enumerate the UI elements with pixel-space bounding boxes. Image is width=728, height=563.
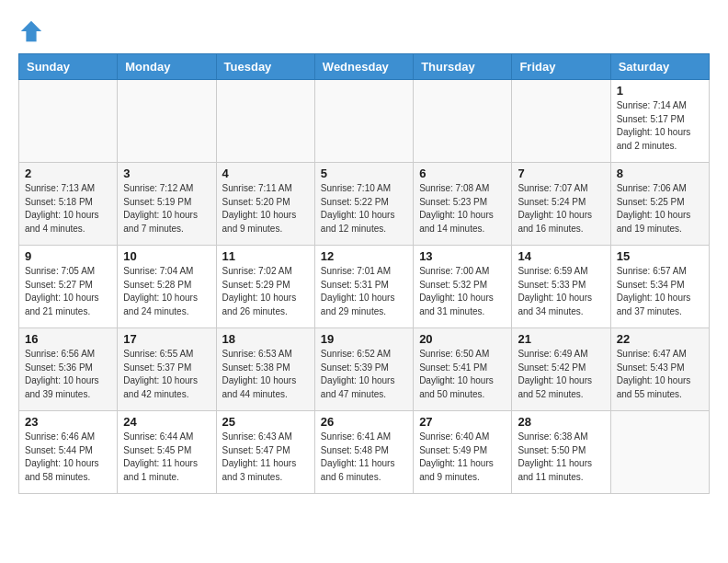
calendar-cell: 1Sunrise: 7:14 AM Sunset: 5:17 PM Daylig… xyxy=(610,80,709,163)
day-info: Sunrise: 6:56 AM Sunset: 5:36 PM Dayligh… xyxy=(25,348,111,401)
day-number: 19 xyxy=(321,332,407,346)
day-number: 25 xyxy=(222,415,309,429)
calendar-cell: 12Sunrise: 7:01 AM Sunset: 5:31 PM Dayli… xyxy=(314,246,413,328)
calendar-cell: 15Sunrise: 6:57 AM Sunset: 5:34 PM Dayli… xyxy=(610,246,709,328)
day-info: Sunrise: 6:53 AM Sunset: 5:38 PM Dayligh… xyxy=(222,348,309,401)
header-tuesday: Tuesday xyxy=(216,54,314,80)
header-friday: Friday xyxy=(512,54,610,80)
week-row-1: 1Sunrise: 7:14 AM Sunset: 5:17 PM Daylig… xyxy=(19,80,710,163)
calendar-cell: 16Sunrise: 6:56 AM Sunset: 5:36 PM Dayli… xyxy=(19,328,118,411)
day-number: 17 xyxy=(123,332,210,346)
calendar-cell: 3Sunrise: 7:12 AM Sunset: 5:19 PM Daylig… xyxy=(118,163,216,246)
day-number: 8 xyxy=(617,167,703,180)
day-info: Sunrise: 7:11 AM Sunset: 5:20 PM Dayligh… xyxy=(222,182,309,236)
day-info: Sunrise: 6:52 AM Sunset: 5:39 PM Dayligh… xyxy=(321,348,407,401)
week-row-4: 16Sunrise: 6:56 AM Sunset: 5:36 PM Dayli… xyxy=(19,328,710,411)
week-row-2: 2Sunrise: 7:13 AM Sunset: 5:18 PM Daylig… xyxy=(19,163,710,246)
day-info: Sunrise: 6:49 AM Sunset: 5:42 PM Dayligh… xyxy=(518,348,604,401)
calendar-cell xyxy=(314,80,413,163)
calendar-cell: 4Sunrise: 7:11 AM Sunset: 5:20 PM Daylig… xyxy=(216,163,314,246)
day-info: Sunrise: 7:08 AM Sunset: 5:23 PM Dayligh… xyxy=(419,182,506,236)
day-number: 7 xyxy=(518,167,604,180)
calendar-cell: 5Sunrise: 7:10 AM Sunset: 5:22 PM Daylig… xyxy=(314,163,413,246)
day-info: Sunrise: 7:00 AM Sunset: 5:32 PM Dayligh… xyxy=(419,265,506,318)
day-info: Sunrise: 6:43 AM Sunset: 5:47 PM Dayligh… xyxy=(222,431,309,484)
day-number: 5 xyxy=(321,167,407,180)
day-info: Sunrise: 6:50 AM Sunset: 5:41 PM Dayligh… xyxy=(419,348,506,401)
day-number: 12 xyxy=(321,249,407,263)
calendar-cell xyxy=(216,80,314,163)
calendar-cell: 22Sunrise: 6:47 AM Sunset: 5:43 PM Dayli… xyxy=(610,328,709,411)
day-number: 22 xyxy=(617,332,703,346)
calendar-cell: 17Sunrise: 6:55 AM Sunset: 5:37 PM Dayli… xyxy=(118,328,216,411)
calendar-cell xyxy=(610,411,709,494)
calendar-cell: 23Sunrise: 6:46 AM Sunset: 5:44 PM Dayli… xyxy=(19,411,118,494)
calendar-cell: 11Sunrise: 7:02 AM Sunset: 5:29 PM Dayli… xyxy=(216,246,314,328)
calendar-cell xyxy=(414,80,512,163)
day-info: Sunrise: 6:41 AM Sunset: 5:48 PM Dayligh… xyxy=(321,431,407,484)
calendar-cell: 24Sunrise: 6:44 AM Sunset: 5:45 PM Dayli… xyxy=(118,411,216,494)
day-info: Sunrise: 7:05 AM Sunset: 5:27 PM Dayligh… xyxy=(25,265,111,318)
day-info: Sunrise: 6:46 AM Sunset: 5:44 PM Dayligh… xyxy=(25,431,111,484)
calendar-cell: 25Sunrise: 6:43 AM Sunset: 5:47 PM Dayli… xyxy=(216,411,314,494)
day-info: Sunrise: 7:07 AM Sunset: 5:24 PM Dayligh… xyxy=(518,182,604,236)
day-number: 20 xyxy=(419,332,506,346)
day-number: 11 xyxy=(222,249,309,263)
week-row-3: 9Sunrise: 7:05 AM Sunset: 5:27 PM Daylig… xyxy=(19,246,710,328)
day-info: Sunrise: 6:55 AM Sunset: 5:37 PM Dayligh… xyxy=(123,348,210,401)
day-number: 15 xyxy=(617,249,703,263)
day-info: Sunrise: 6:47 AM Sunset: 5:43 PM Dayligh… xyxy=(617,348,703,401)
day-number: 4 xyxy=(222,167,309,180)
calendar-cell: 9Sunrise: 7:05 AM Sunset: 5:27 PM Daylig… xyxy=(19,246,118,328)
day-info: Sunrise: 6:59 AM Sunset: 5:33 PM Dayligh… xyxy=(518,265,604,318)
day-number: 6 xyxy=(419,167,506,180)
calendar-cell: 21Sunrise: 6:49 AM Sunset: 5:42 PM Dayli… xyxy=(512,328,610,411)
calendar-cell: 8Sunrise: 7:06 AM Sunset: 5:25 PM Daylig… xyxy=(610,163,709,246)
calendar-cell: 13Sunrise: 7:00 AM Sunset: 5:32 PM Dayli… xyxy=(414,246,512,328)
day-number: 3 xyxy=(123,167,210,180)
day-info: Sunrise: 7:12 AM Sunset: 5:19 PM Dayligh… xyxy=(123,182,210,236)
day-info: Sunrise: 6:44 AM Sunset: 5:45 PM Dayligh… xyxy=(123,431,210,484)
day-info: Sunrise: 7:14 AM Sunset: 5:17 PM Dayligh… xyxy=(617,99,703,153)
calendar-cell: 20Sunrise: 6:50 AM Sunset: 5:41 PM Dayli… xyxy=(414,328,512,411)
calendar-cell: 19Sunrise: 6:52 AM Sunset: 5:39 PM Dayli… xyxy=(314,328,413,411)
calendar-cell xyxy=(512,80,610,163)
day-info: Sunrise: 7:01 AM Sunset: 5:31 PM Dayligh… xyxy=(321,265,407,318)
calendar-cell: 2Sunrise: 7:13 AM Sunset: 5:18 PM Daylig… xyxy=(19,163,118,246)
header-wednesday: Wednesday xyxy=(314,54,413,80)
calendar-cell: 6Sunrise: 7:08 AM Sunset: 5:23 PM Daylig… xyxy=(414,163,512,246)
day-number: 9 xyxy=(25,249,111,263)
header-saturday: Saturday xyxy=(610,54,709,80)
page-header xyxy=(18,18,710,44)
day-info: Sunrise: 6:57 AM Sunset: 5:34 PM Dayligh… xyxy=(617,265,703,318)
day-info: Sunrise: 7:10 AM Sunset: 5:22 PM Dayligh… xyxy=(321,182,407,236)
day-info: Sunrise: 6:40 AM Sunset: 5:49 PM Dayligh… xyxy=(419,431,506,484)
day-number: 28 xyxy=(518,415,604,429)
svg-marker-0 xyxy=(21,21,41,41)
header-monday: Monday xyxy=(118,54,216,80)
day-number: 1 xyxy=(617,84,703,98)
header-sunday: Sunday xyxy=(19,54,118,80)
day-info: Sunrise: 7:13 AM Sunset: 5:18 PM Dayligh… xyxy=(25,182,111,236)
calendar-cell: 28Sunrise: 6:38 AM Sunset: 5:50 PM Dayli… xyxy=(512,411,610,494)
calendar-table: SundayMondayTuesdayWednesdayThursdayFrid… xyxy=(18,53,710,494)
calendar-cell: 10Sunrise: 7:04 AM Sunset: 5:28 PM Dayli… xyxy=(118,246,216,328)
day-number: 10 xyxy=(123,249,210,263)
logo xyxy=(18,18,48,44)
day-number: 26 xyxy=(321,415,407,429)
day-info: Sunrise: 6:38 AM Sunset: 5:50 PM Dayligh… xyxy=(518,431,604,484)
day-info: Sunrise: 7:06 AM Sunset: 5:25 PM Dayligh… xyxy=(617,182,703,236)
day-number: 2 xyxy=(25,167,111,180)
calendar-header-row: SundayMondayTuesdayWednesdayThursdayFrid… xyxy=(19,54,710,80)
calendar-cell: 26Sunrise: 6:41 AM Sunset: 5:48 PM Dayli… xyxy=(314,411,413,494)
day-info: Sunrise: 7:04 AM Sunset: 5:28 PM Dayligh… xyxy=(123,265,210,318)
header-thursday: Thursday xyxy=(414,54,512,80)
day-number: 16 xyxy=(25,332,111,346)
calendar-cell: 27Sunrise: 6:40 AM Sunset: 5:49 PM Dayli… xyxy=(414,411,512,494)
calendar-cell xyxy=(118,80,216,163)
day-number: 23 xyxy=(25,415,111,429)
day-number: 24 xyxy=(123,415,210,429)
logo-icon xyxy=(18,18,44,44)
calendar-cell xyxy=(19,80,118,163)
calendar-cell: 7Sunrise: 7:07 AM Sunset: 5:24 PM Daylig… xyxy=(512,163,610,246)
